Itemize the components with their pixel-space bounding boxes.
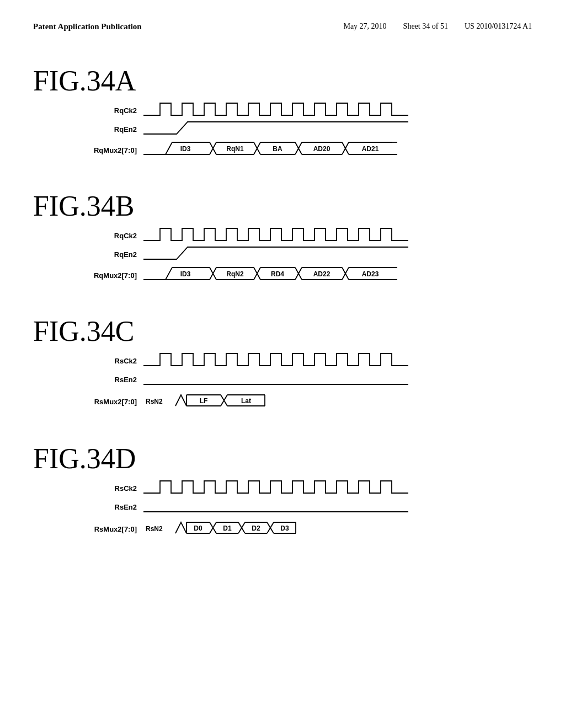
svg-text:D1: D1: [223, 524, 232, 532]
fig34b-label: FIG.34B: [33, 190, 532, 222]
svg-line-1: [166, 142, 172, 154]
page-header: Patent Application Publication May 27, 2…: [33, 22, 532, 31]
rsen2d-row: RsEn2: [77, 498, 532, 516]
fig34c-label: FIG.34C: [33, 315, 532, 347]
rqmux2b-wave: ID3 RqN2 RD4: [143, 264, 532, 286]
svg-text:AD22: AD22: [313, 270, 331, 278]
rsck2d-wave: [143, 479, 532, 497]
fig34b-signals: RqCk2 RqEn2 RqMux2[7:0]: [77, 227, 532, 287]
svg-text:RqN2: RqN2: [226, 270, 244, 278]
rsmux2c-wave: RsN2 LF Lat: [143, 389, 532, 414]
sheet-info: Sheet 34 of 51: [403, 22, 448, 31]
rsmux2c-label: RsMux2[7:0]: [77, 398, 143, 406]
svg-text:D3: D3: [280, 524, 289, 532]
svg-text:RqN1: RqN1: [226, 145, 244, 153]
rsck2c-wave: [143, 351, 532, 370]
fig34a-section: FIG.34A RqCk2 RqEn2: [33, 65, 532, 162]
rsmux2d-row: RsMux2[7:0] RsN2 D0: [77, 517, 532, 541]
rsck2c-label: RsCk2: [77, 357, 143, 365]
rqck2b-wave: [143, 226, 532, 245]
fig34b-section: FIG.34B RqCk2 RqEn2: [33, 190, 532, 287]
rqck2-wave: [143, 101, 532, 120]
rsck2d-row: RsCk2: [77, 479, 532, 497]
svg-line-29: [166, 267, 172, 280]
rqck2b-label: RqCk2: [77, 232, 143, 240]
svg-text:BA: BA: [273, 145, 282, 153]
svg-text:AD20: AD20: [313, 145, 331, 153]
rqmux2a-label: RqMux2[7:0]: [77, 146, 143, 154]
patent-number: US 2010/0131724 A1: [465, 22, 532, 31]
rqmux2a-row: RqMux2[7:0] ID3: [77, 139, 532, 161]
svg-text:AD23: AD23: [362, 270, 379, 278]
rsen2c-label: RsEn2: [77, 376, 143, 384]
rsmux2d-wave: RsN2 D0 D1: [143, 517, 532, 541]
fig34a-signals: RqCk2 RqEn2: [77, 101, 532, 162]
rqmux2b-row: RqMux2[7:0] ID3: [77, 264, 532, 286]
svg-text:ID3: ID3: [180, 145, 191, 153]
rsmux2c-row: RsMux2[7:0] RsN2 LF: [77, 389, 532, 414]
pub-date: May 27, 2010: [343, 22, 386, 31]
svg-text:RsN2: RsN2: [146, 398, 163, 405]
rqen2b-row: RqEn2: [77, 245, 532, 263]
rsen2c-wave: [143, 370, 532, 389]
publication-label: Patent Application Publication: [33, 22, 142, 31]
fig34c-signals: RsCk2 RsEn2 RsMux2[7:0]: [77, 352, 532, 415]
svg-text:LF: LF: [200, 397, 208, 405]
svg-text:Lat: Lat: [241, 397, 251, 405]
svg-text:RsN2: RsN2: [146, 525, 163, 533]
rqen2-label: RqEn2: [77, 125, 143, 133]
rsen2c-row: RsEn2: [77, 371, 532, 388]
rqmux2b-label: RqMux2[7:0]: [77, 271, 143, 280]
rsmux2d-label: RsMux2[7:0]: [77, 525, 143, 533]
rsen2d-label: RsEn2: [77, 503, 143, 511]
svg-text:RD4: RD4: [271, 270, 284, 278]
fig34d-signals: RsCk2 RsEn2 RsMux2[7:0]: [77, 479, 532, 542]
rqen2b-label: RqEn2: [77, 250, 143, 259]
svg-text:AD21: AD21: [362, 145, 379, 153]
rsen2d-wave: [143, 497, 532, 516]
svg-text:D0: D0: [194, 524, 202, 532]
fig34a-label: FIG.34A: [33, 65, 532, 97]
rqck2-row: RqCk2: [77, 101, 532, 119]
header-info: May 27, 2010 Sheet 34 of 51 US 2010/0131…: [343, 22, 532, 31]
rqck2-label: RqCk2: [77, 106, 143, 115]
fig34d-label: FIG.34D: [33, 442, 532, 475]
rqen2-row: RqEn2: [77, 120, 532, 138]
rsck2c-row: RsCk2: [77, 352, 532, 370]
rqck2b-row: RqCk2: [77, 227, 532, 244]
rsck2d-label: RsCk2: [77, 484, 143, 493]
svg-text:D2: D2: [252, 524, 260, 532]
page: Patent Application Publication May 27, 2…: [0, 0, 565, 728]
rqen2b-wave: [143, 245, 532, 264]
fig34c-section: FIG.34C RsCk2 RsEn2: [33, 315, 532, 415]
rqmux2a-wave: ID3 RqN1 BA: [143, 139, 532, 161]
rqen2-wave: [143, 120, 532, 138]
svg-text:ID3: ID3: [180, 270, 191, 278]
fig34d-section: FIG.34D RsCk2 RsEn2: [33, 442, 532, 542]
